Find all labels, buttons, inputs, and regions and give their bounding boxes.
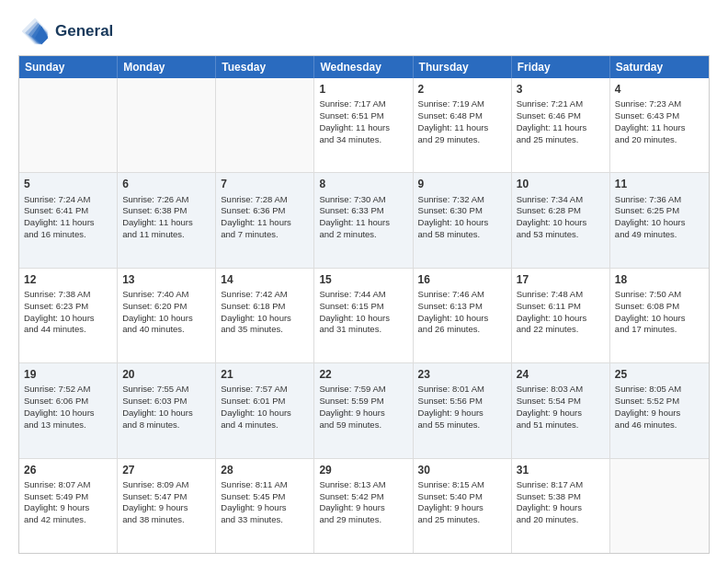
table-row: 28Sunrise: 8:11 AMSunset: 5:45 PMDayligh… — [216, 459, 314, 553]
day-header: Saturday — [610, 56, 709, 78]
day-header: Tuesday — [216, 56, 314, 78]
calendar-week-row: 19Sunrise: 7:52 AMSunset: 6:06 PMDayligh… — [19, 362, 709, 457]
table-row: 8Sunrise: 7:30 AMSunset: 6:33 PMDaylight… — [314, 173, 413, 267]
day-number: 26 — [24, 463, 112, 477]
table-row: 31Sunrise: 8:17 AMSunset: 5:38 PMDayligh… — [512, 459, 610, 553]
table-row: 14Sunrise: 7:42 AMSunset: 6:18 PMDayligh… — [216, 269, 314, 362]
calendar-header: SundayMondayTuesdayWednesdayThursdayFrid… — [19, 56, 709, 78]
header: General — [18, 15, 710, 48]
table-row: 30Sunrise: 8:15 AMSunset: 5:40 PMDayligh… — [414, 459, 512, 553]
table-row — [216, 78, 314, 172]
table-row: 29Sunrise: 8:13 AMSunset: 5:42 PMDayligh… — [314, 459, 413, 553]
day-number: 22 — [319, 367, 407, 382]
table-row: 15Sunrise: 7:44 AMSunset: 6:15 PMDayligh… — [314, 269, 413, 362]
table-row: 3Sunrise: 7:21 AMSunset: 6:46 PMDaylight… — [512, 78, 610, 172]
table-row: 19Sunrise: 7:52 AMSunset: 6:06 PMDayligh… — [19, 363, 118, 457]
table-row: 4Sunrise: 7:23 AMSunset: 6:43 PMDaylight… — [610, 78, 709, 172]
table-row: 13Sunrise: 7:40 AMSunset: 6:20 PMDayligh… — [118, 269, 216, 362]
calendar-week-row: 1Sunrise: 7:17 AMSunset: 6:51 PMDaylight… — [19, 78, 709, 172]
table-row: 7Sunrise: 7:28 AMSunset: 6:36 PMDaylight… — [216, 173, 314, 267]
day-number: 21 — [221, 367, 309, 382]
day-number: 19 — [24, 367, 112, 382]
day-number: 11 — [615, 177, 704, 191]
table-row: 18Sunrise: 7:50 AMSunset: 6:08 PMDayligh… — [610, 269, 709, 362]
calendar-week-row: 26Sunrise: 8:07 AMSunset: 5:49 PMDayligh… — [19, 458, 709, 553]
day-number: 9 — [418, 177, 506, 191]
table-row: 9Sunrise: 7:32 AMSunset: 6:30 PMDaylight… — [414, 173, 512, 267]
day-number: 2 — [418, 82, 506, 97]
day-header: Monday — [118, 56, 216, 78]
calendar-week-row: 5Sunrise: 7:24 AMSunset: 6:41 PMDaylight… — [19, 172, 709, 267]
day-number: 16 — [418, 272, 506, 287]
day-header: Sunday — [19, 56, 118, 78]
table-row — [118, 78, 216, 172]
table-row — [610, 459, 709, 553]
table-row: 22Sunrise: 7:59 AMSunset: 5:59 PMDayligh… — [314, 363, 413, 457]
table-row: 16Sunrise: 7:46 AMSunset: 6:13 PMDayligh… — [414, 269, 512, 362]
day-number: 15 — [319, 272, 407, 287]
table-row: 1Sunrise: 7:17 AMSunset: 6:51 PMDaylight… — [314, 78, 413, 172]
calendar-body: 1Sunrise: 7:17 AMSunset: 6:51 PMDaylight… — [19, 78, 709, 553]
day-number: 29 — [319, 463, 407, 477]
table-row: 25Sunrise: 8:05 AMSunset: 5:52 PMDayligh… — [610, 363, 709, 457]
day-number: 23 — [418, 367, 506, 382]
day-number: 20 — [122, 367, 210, 382]
table-row: 21Sunrise: 7:57 AMSunset: 6:01 PMDayligh… — [216, 363, 314, 457]
day-number: 17 — [517, 272, 605, 287]
day-number: 4 — [615, 82, 704, 97]
table-row: 27Sunrise: 8:09 AMSunset: 5:47 PMDayligh… — [118, 459, 216, 553]
day-number: 6 — [122, 177, 210, 191]
day-number: 5 — [24, 177, 112, 191]
day-header: Thursday — [414, 56, 512, 78]
table-row: 26Sunrise: 8:07 AMSunset: 5:49 PMDayligh… — [19, 459, 118, 553]
day-header: Wednesday — [314, 56, 413, 78]
day-number: 13 — [122, 272, 210, 287]
table-row: 2Sunrise: 7:19 AMSunset: 6:48 PMDaylight… — [414, 78, 512, 172]
calendar-week-row: 12Sunrise: 7:38 AMSunset: 6:23 PMDayligh… — [19, 268, 709, 362]
day-number: 3 — [517, 82, 605, 97]
day-number: 24 — [517, 367, 605, 382]
logo-icon — [18, 15, 51, 48]
table-row: 20Sunrise: 7:55 AMSunset: 6:03 PMDayligh… — [118, 363, 216, 457]
day-number: 10 — [517, 177, 605, 191]
logo: General — [18, 15, 113, 48]
day-number: 30 — [418, 463, 506, 477]
day-number: 14 — [221, 272, 309, 287]
day-number: 25 — [615, 367, 704, 382]
day-header: Friday — [512, 56, 610, 78]
table-row: 6Sunrise: 7:26 AMSunset: 6:38 PMDaylight… — [118, 173, 216, 267]
table-row: 5Sunrise: 7:24 AMSunset: 6:41 PMDaylight… — [19, 173, 118, 267]
day-number: 28 — [221, 463, 309, 477]
day-number: 12 — [24, 272, 112, 287]
table-row: 23Sunrise: 8:01 AMSunset: 5:56 PMDayligh… — [414, 363, 512, 457]
table-row: 17Sunrise: 7:48 AMSunset: 6:11 PMDayligh… — [512, 269, 610, 362]
day-number: 31 — [517, 463, 605, 477]
day-number: 27 — [122, 463, 210, 477]
day-number: 18 — [615, 272, 704, 287]
logo-text: General — [55, 23, 113, 40]
table-row — [19, 78, 118, 172]
day-number: 8 — [319, 177, 407, 191]
day-number: 7 — [221, 177, 309, 191]
table-row: 12Sunrise: 7:38 AMSunset: 6:23 PMDayligh… — [19, 269, 118, 362]
page: General SundayMondayTuesdayWednesdayThur… — [0, 0, 728, 563]
table-row: 24Sunrise: 8:03 AMSunset: 5:54 PMDayligh… — [512, 363, 610, 457]
day-number: 1 — [319, 82, 407, 97]
table-row: 10Sunrise: 7:34 AMSunset: 6:28 PMDayligh… — [512, 173, 610, 267]
table-row: 11Sunrise: 7:36 AMSunset: 6:25 PMDayligh… — [610, 173, 709, 267]
calendar: SundayMondayTuesdayWednesdayThursdayFrid… — [18, 55, 710, 554]
